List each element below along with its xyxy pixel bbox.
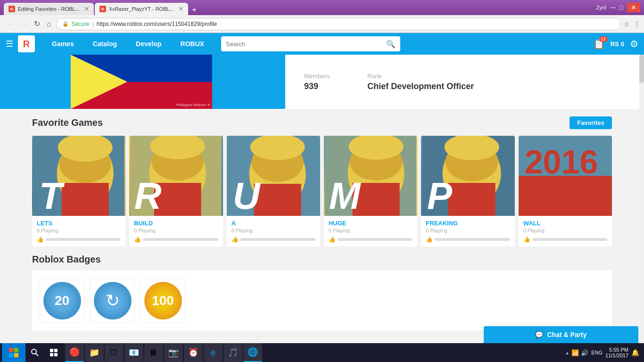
nav-develop[interactable]: Develop <box>126 33 171 55</box>
home-button[interactable]: ⌂ <box>45 19 53 29</box>
game-title-5[interactable]: FREAKING <box>426 220 510 227</box>
roblox-logo[interactable]: R <box>18 35 35 52</box>
browser-tab-1[interactable]: R Editing Favorites - ROBL... ✕ <box>4 3 94 15</box>
trump-art-2: R <box>129 136 223 216</box>
extensions-icon[interactable]: ⋮ <box>634 20 640 28</box>
like-icon-4: 👍 <box>329 236 336 243</box>
robux-button[interactable]: RS 0 <box>611 41 624 48</box>
game-card-1[interactable]: T LETS 0 Playing 👍 <box>32 136 125 247</box>
minimize-button[interactable]: ─ <box>611 4 616 11</box>
scrollbar-thumb[interactable] <box>639 55 644 83</box>
nav-catalog[interactable]: Catalog <box>83 33 126 55</box>
search-button[interactable]: 🔍 <box>386 40 396 49</box>
game-likes-1: 👍 <box>37 236 121 243</box>
reload-button[interactable]: ↻ <box>32 18 42 29</box>
like-icon-1: 👍 <box>37 236 44 243</box>
like-bar-4 <box>338 238 413 241</box>
tab-close-1[interactable]: ✕ <box>84 6 89 12</box>
forward-button[interactable]: → <box>18 19 29 29</box>
chat-party-bar[interactable]: 💬 Chat & Party <box>484 326 638 343</box>
badge-item-3[interactable]: 100 <box>140 278 185 323</box>
badges-section: Roblox Badges 20 ↻ 100 <box>32 254 612 330</box>
notifications-button[interactable]: 📋 17 <box>593 38 605 49</box>
game-title-1[interactable]: LETS <box>37 220 121 227</box>
badge-value-2: ↻ <box>106 291 120 311</box>
taskbar-app-music[interactable]: 🎵 <box>223 343 242 362</box>
nav-robux[interactable]: ROBUX <box>171 33 214 55</box>
game-thumb-1: T <box>32 136 125 216</box>
like-bar-3 <box>240 238 315 241</box>
game-info-2: BUILD 0 Playing 👍 <box>129 216 223 247</box>
taskbar-search-icon <box>31 348 39 357</box>
secure-label: Secure <box>72 21 90 27</box>
profile-header: Philippine Airlines ✈ Members 939 Rank C… <box>0 55 644 109</box>
game-card-5[interactable]: P FREAKING 0 Playing 👍 <box>421 136 514 247</box>
start-button[interactable] <box>2 343 25 362</box>
taskbar-search-button[interactable] <box>25 343 44 362</box>
taskbar-app-roblox[interactable]: 🔴 <box>65 343 84 362</box>
taskbar-app-clock[interactable]: ⏰ <box>184 343 203 362</box>
address-input[interactable]: 🔒 Secure | https://www.roblox.com/users/… <box>56 18 621 30</box>
game-playing-5: 0 Playing <box>426 228 510 233</box>
game-card-2[interactable]: R BUILD 0 Playing 👍 <box>129 136 223 247</box>
robux-value: 0 <box>621 41 624 48</box>
taskbar-time[interactable]: 5:55 PM 11/1/2017 <box>605 347 628 358</box>
svg-text:R: R <box>134 175 162 216</box>
settings-button[interactable]: ⚙ <box>630 38 638 49</box>
maximize-button[interactable]: □ <box>619 4 623 11</box>
notifications-taskbar[interactable]: 🔔 <box>631 349 639 356</box>
nav-games[interactable]: Games <box>42 33 83 55</box>
volume-icon[interactable]: 🔊 <box>581 349 588 356</box>
rank-value: Chief Development Officer <box>367 82 474 91</box>
close-button[interactable]: ✕ <box>627 3 640 12</box>
svg-rect-45 <box>54 353 58 356</box>
favorites-button[interactable]: Favorites <box>570 116 612 129</box>
game-title-2[interactable]: BUILD <box>134 220 218 227</box>
badge-item-1[interactable]: 20 <box>40 278 84 323</box>
game-thumb-5: P <box>421 136 514 216</box>
game-playing-4: 0 Playing <box>329 228 413 233</box>
search-input[interactable] <box>226 41 382 48</box>
game-title-3[interactable]: A <box>231 220 315 227</box>
scrollbar[interactable] <box>639 55 644 343</box>
taskbar-up-arrow[interactable]: ▲ <box>565 350 570 355</box>
game-card-3[interactable]: U A 0 Playing 👍 <box>227 136 320 247</box>
taskbar-app-ie[interactable]: e <box>204 343 223 362</box>
svg-rect-43 <box>54 349 58 352</box>
game-likes-4: 👍 <box>329 236 413 243</box>
taskbar-app-calc[interactable]: 🖩 <box>144 343 163 362</box>
favorite-games-title: Favorite Games <box>32 117 103 128</box>
taskbar-app-explorer[interactable]: 📁 <box>85 343 104 362</box>
taskbar-app-shield[interactable]: 🛡 <box>105 343 124 362</box>
profile-picture: Philippine Airlines ✈ <box>71 55 212 109</box>
game-thumb-3: U <box>227 136 320 216</box>
taskbar-app-camera[interactable]: 📷 <box>164 343 183 362</box>
taskbar-app-email[interactable]: 📧 <box>124 343 143 362</box>
game-title-4[interactable]: HUGE <box>329 220 413 227</box>
members-stat: Members 939 <box>304 73 330 91</box>
address-url: https://www.roblox.com/users/115041829/p… <box>97 21 217 27</box>
svg-text:P: P <box>427 175 453 216</box>
trump-art-3: U <box>227 136 320 216</box>
hamburger-menu[interactable]: ☰ <box>6 39 13 49</box>
network-icon[interactable]: 📶 <box>571 349 579 356</box>
taskbar-app-chrome[interactable]: 🌐 <box>243 343 262 362</box>
game-card-4[interactable]: M HUGE 0 Playing 👍 <box>324 136 417 247</box>
browser-tab-2[interactable]: R XxRazer_PlayzYT - ROBL... ✕ <box>95 3 188 15</box>
game-title-6[interactable]: WALL <box>523 220 607 227</box>
address-actions: ☆ ⋮ <box>624 20 640 28</box>
badge-item-2[interactable]: ↻ <box>90 278 135 323</box>
back-button[interactable]: ← <box>4 19 15 29</box>
nav-search[interactable]: 🔍 <box>221 36 400 51</box>
date-display: 11/1/2017 <box>605 353 628 358</box>
tab-close-2[interactable]: ✕ <box>179 6 183 12</box>
taskbar-task-view[interactable] <box>44 343 63 362</box>
roblox-navbar: ☰ R Games Catalog Develop ROBUX 🔍 📋 17 R… <box>0 33 644 55</box>
game-info-6: WALL 0 Playing 👍 <box>519 216 612 247</box>
tab-title-2: XxRazer_PlayzYT - ROBL... <box>109 6 174 12</box>
game-card-6[interactable]: 2016 WALL 0 Playing 👍 <box>519 136 612 247</box>
game-playing-3: 0 Playing <box>231 228 315 233</box>
bookmark-icon[interactable]: ☆ <box>624 20 630 28</box>
svg-text:U: U <box>232 175 261 216</box>
new-tab-button[interactable]: + <box>192 5 197 15</box>
